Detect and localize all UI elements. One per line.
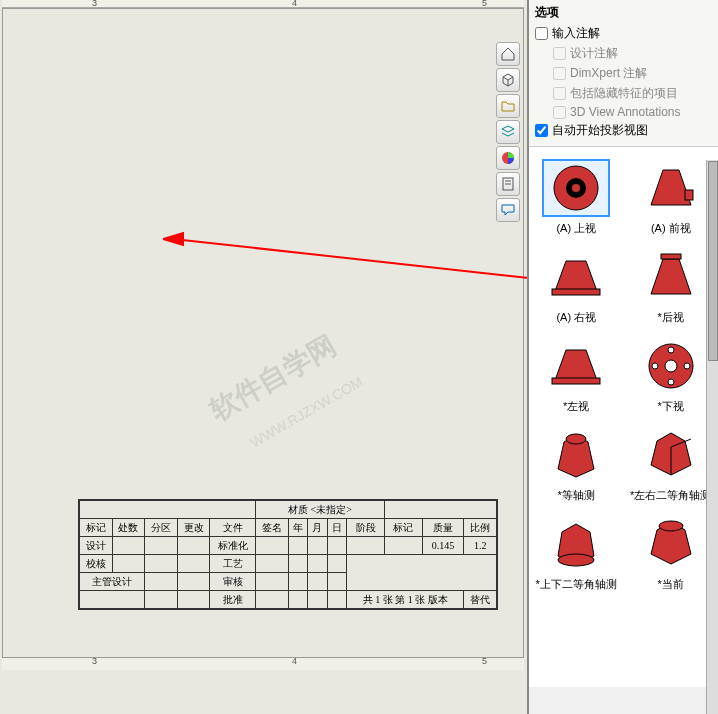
document-icon[interactable]	[496, 172, 520, 196]
design-annotations-label: 设计注解	[570, 45, 618, 62]
view-thumbnail	[542, 248, 610, 306]
ruler-mark: 4	[292, 0, 297, 8]
watermark-sub: WWW.RJZXW.COM	[247, 373, 365, 450]
import-annotations-label: 输入注解	[552, 25, 600, 42]
sheet-cell: 共 1 张 第 1 张 版本	[347, 591, 464, 609]
view-item-left[interactable]: *左视	[534, 337, 619, 414]
view-thumbnail	[542, 426, 610, 484]
th: 日	[327, 519, 347, 537]
view-thumbnail	[542, 337, 610, 395]
import-annotations-checkbox[interactable]	[535, 27, 548, 40]
3d-annotations-label: 3D View Annotations	[570, 105, 681, 119]
view-label: (A) 前视	[628, 221, 713, 236]
annotation-arrow	[163, 229, 543, 289]
home-icon[interactable]	[496, 42, 520, 66]
svg-point-17	[652, 363, 658, 369]
watermark: 软件自学网	[203, 327, 343, 430]
th: 更改	[177, 519, 210, 537]
view-item-right[interactable]: (A) 右视	[534, 248, 619, 325]
cell: 审核	[210, 573, 256, 591]
view-thumbnail	[637, 248, 705, 306]
th: 质量	[422, 519, 464, 537]
cell: 设计	[80, 537, 113, 555]
comment-icon[interactable]	[496, 198, 520, 222]
svg-rect-13	[661, 254, 681, 259]
view-label: (A) 上视	[534, 221, 619, 236]
appearance-icon[interactable]	[496, 146, 520, 170]
svg-point-10	[572, 184, 580, 192]
th: 标记	[384, 519, 422, 537]
ruler-top: 3 4 5	[2, 0, 524, 8]
dimxpert-checkbox[interactable]	[553, 67, 566, 80]
cell: 标准化	[210, 537, 256, 555]
th: 年	[288, 519, 308, 537]
scale-cell: 1.2	[464, 537, 497, 555]
svg-point-18	[684, 363, 690, 369]
drawing-area: 3 4 5 软件自学网 WWW.RJZXW.COM 材质 <未指定> 标记 处数…	[0, 0, 527, 714]
view-thumbnail	[637, 515, 705, 573]
svg-rect-11	[685, 190, 693, 200]
view-item-iso1[interactable]: *等轴测	[534, 426, 619, 503]
th: 分区	[145, 519, 178, 537]
ruler-mark: 5	[482, 656, 487, 666]
view-label: *等轴测	[534, 488, 619, 503]
ruler-mark: 5	[482, 0, 487, 8]
th: 处数	[112, 519, 145, 537]
view-thumbnail	[637, 426, 705, 484]
svg-rect-14	[552, 378, 600, 384]
layers-icon[interactable]	[496, 120, 520, 144]
svg-marker-1	[163, 233, 183, 245]
views-panel: (A) 上视(A) 前视(A) 右视*后视*左视*下视*等轴测*左右二等角轴测*…	[529, 147, 718, 687]
svg-rect-12	[552, 289, 600, 295]
svg-point-21	[566, 434, 586, 444]
scrollbar-thumb[interactable]	[708, 161, 718, 361]
3d-annotations-checkbox[interactable]	[553, 106, 566, 119]
th: 签名	[255, 519, 288, 537]
view-item-current[interactable]: *当前	[628, 515, 713, 592]
svg-point-20	[668, 379, 674, 385]
dimxpert-label: DimXpert 注解	[570, 65, 647, 82]
view-label: (A) 右视	[534, 310, 619, 325]
view-thumbnail	[637, 159, 705, 217]
drawing-canvas[interactable]: 软件自学网 WWW.RJZXW.COM 材质 <未指定> 标记 处数 分区 更改…	[2, 8, 524, 658]
view-label: *后视	[628, 310, 713, 325]
cell: 批准	[210, 591, 256, 609]
cell: 校核	[80, 555, 113, 573]
view-thumbnail	[542, 159, 610, 217]
th: 月	[308, 519, 328, 537]
design-annotations-checkbox[interactable]	[553, 47, 566, 60]
view-item-iso3[interactable]: *上下二等角轴测	[534, 515, 619, 592]
svg-point-19	[668, 347, 674, 353]
ruler-mark: 3	[92, 0, 97, 8]
view-thumbnail	[637, 337, 705, 395]
th: 阶段	[347, 519, 385, 537]
options-title: 选项	[535, 4, 712, 21]
ruler-mark: 3	[92, 656, 97, 666]
scrollbar-vertical[interactable]	[706, 160, 718, 714]
th: 文件	[210, 519, 256, 537]
view-label: *上下二等角轴测	[534, 577, 619, 592]
view-label: *当前	[628, 577, 713, 592]
ruler-mark: 4	[292, 656, 297, 666]
view-item-top[interactable]: (A) 上视	[534, 159, 619, 236]
view-thumbnail	[542, 515, 610, 573]
cube-icon[interactable]	[496, 68, 520, 92]
svg-point-22	[558, 554, 594, 566]
auto-projection-label: 自动开始投影视图	[552, 122, 648, 139]
folder-icon[interactable]	[496, 94, 520, 118]
view-item-front[interactable]: (A) 前视	[628, 159, 713, 236]
view-item-bottom[interactable]: *下视	[628, 337, 713, 414]
title-block: 材质 <未指定> 标记 处数 分区 更改 文件 签名 年 月 日 阶段 标记 质…	[78, 499, 498, 610]
svg-line-0	[173, 239, 538, 279]
view-item-back[interactable]: *后视	[628, 248, 713, 325]
cell: 主管设计	[80, 573, 145, 591]
ruler-bottom: 3 4 5	[2, 658, 524, 670]
view-toolbar	[496, 40, 524, 224]
material-cell: 材质 <未指定>	[255, 501, 384, 519]
hidden-features-checkbox[interactable]	[553, 87, 566, 100]
th: 标记	[80, 519, 113, 537]
hidden-features-label: 包括隐藏特征的项目	[570, 85, 678, 102]
auto-projection-checkbox[interactable]	[535, 124, 548, 137]
view-item-iso2[interactable]: *左右二等角轴测	[628, 426, 713, 503]
mass-cell: 0.145	[422, 537, 464, 555]
